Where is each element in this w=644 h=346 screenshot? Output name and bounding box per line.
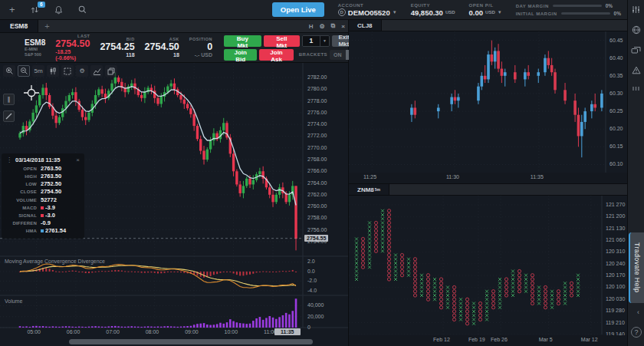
price-tick: 2766.00: [307, 168, 327, 173]
brackets-on[interactable]: ON: [330, 50, 346, 60]
hide-panel-button[interactable]: H: [306, 23, 317, 30]
tooltip-close-icon[interactable]: ×: [76, 157, 80, 163]
account-selector[interactable]: ACCOUNT DDEMO05520▼: [338, 3, 397, 17]
time-tick: Feb 12: [433, 337, 450, 342]
chart-type-icon[interactable]: [47, 65, 59, 77]
close-panel-button[interactable]: ×: [338, 23, 348, 30]
clj8-panel: CLJ8 60.4560.4060.3560.3060.2560.2060.15…: [349, 20, 627, 184]
time-tick: 07:00: [106, 329, 120, 334]
price-tick: 2770.00: [307, 145, 327, 150]
tooltip-drag-handle[interactable]: ⋮: [6, 157, 12, 163]
tooltip-row: HMA2761.54: [6, 227, 80, 235]
price-tick: 2758.00: [307, 215, 327, 220]
znm8-chart[interactable]: 121 270121 200121 130121 060120 310120 2…: [349, 196, 627, 335]
chart-h-scrollbar[interactable]: [69, 339, 313, 344]
open-pl-readout[interactable]: OPEN P/L 0.00USD▼: [469, 3, 502, 17]
help-icon[interactable]: ?: [631, 327, 642, 338]
buy-mkt-button[interactable]: Buy Mkt: [224, 35, 261, 47]
clj8-chart[interactable]: 60.4560.4060.3560.3060.2560.2060.1560.10: [349, 31, 627, 173]
price-tick: 60.25: [610, 108, 623, 114]
tooltip-row: HIGH2763.50: [6, 173, 80, 180]
tooltip-date: 03/14/2018 11:35: [15, 157, 73, 163]
price-tick: 121 270: [606, 202, 625, 207]
tab-esm8[interactable]: ESM8: [0, 20, 38, 32]
price-tick: 2762.00: [307, 192, 327, 197]
join-ask-button[interactable]: Join Ask: [259, 49, 293, 61]
chevron-down-icon: ▼: [393, 10, 397, 15]
panel-settings-icon[interactable]: ⚙: [316, 23, 327, 30]
current-price-tag: 2754.55: [304, 235, 328, 242]
crosshair-cursor-icon: [23, 84, 40, 101]
add-workspace-button[interactable]: +: [9, 5, 15, 15]
margin-meters: DAY MARGIN0% INITIAL MARGIN0%: [516, 3, 621, 16]
time-tick: 11:25: [363, 174, 376, 180]
transfers-icon[interactable]: 6: [31, 5, 39, 15]
day-margin-bar: [553, 5, 602, 7]
price-tick: 120 170: [606, 272, 625, 278]
price-tick: 2756.00: [307, 227, 327, 232]
macd-pane-label: Moving Average Convergence Divergence: [5, 259, 105, 264]
series-swatch: [41, 214, 44, 217]
price-tick: 2782.00: [307, 74, 327, 80]
timeframe-button[interactable]: 5m: [32, 65, 44, 77]
open-pl-value: 0.00: [469, 8, 484, 17]
demo-account-icon: D: [338, 8, 346, 16]
search-icon[interactable]: [78, 5, 87, 14]
equity-readout: EQUITY 49,850.30USD: [411, 3, 455, 17]
price-tick: 2760.00: [307, 203, 327, 209]
symbol-name: E-MINI S&P 500: [25, 47, 45, 57]
select-region-icon[interactable]: [61, 65, 74, 77]
macd-tick: 2.0: [307, 259, 315, 264]
price-tick: 60.10: [610, 161, 623, 166]
tooltip-row: DIFFEREN-0.9: [6, 219, 80, 227]
volume-tick: 0: [307, 325, 310, 330]
join-bid-button[interactable]: Join Bid: [224, 49, 257, 61]
popout-panel-icon[interactable]: ⧉: [328, 22, 339, 30]
tradovate-help-tab[interactable]: Tradovate Help: [629, 232, 644, 303]
quantity-selector[interactable]: 1 ▼: [302, 35, 330, 47]
price-tick: 121 060: [606, 237, 625, 242]
displays-icon[interactable]: [631, 46, 641, 54]
time-tick: 09:00: [185, 329, 199, 334]
price-tick: 2774.00: [307, 121, 327, 127]
price-tick: 2776.00: [307, 110, 327, 115]
draw-line-tool-button[interactable]: [3, 110, 15, 122]
tab-znm8[interactable]: ZNM85m: [349, 184, 389, 195]
zoom-out-icon[interactable]: [18, 65, 30, 77]
tab-clj8[interactable]: CLJ8: [349, 20, 382, 31]
indicators-icon[interactable]: [90, 65, 103, 77]
chart-settings-icon[interactable]: ⚙: [76, 65, 88, 77]
alerts-warning-icon[interactable]: [632, 66, 641, 74]
macd-tick: -2.0: [307, 278, 317, 283]
measure-tool-button[interactable]: ∥: [3, 94, 15, 105]
collapse-chevron-icon[interactable]: ‹: [637, 308, 639, 316]
price-tick: 119 280: [606, 308, 625, 313]
tooltip-row: MACD-3.9: [6, 204, 80, 212]
initial-margin-bar: [561, 12, 610, 15]
globe-icon[interactable]: [632, 25, 641, 35]
price-tick: 120 030: [606, 296, 625, 302]
grip-icon[interactable]: [632, 86, 639, 91]
duplicate-chart-icon[interactable]: [105, 65, 117, 77]
bell-icon[interactable]: [54, 5, 63, 15]
side-strip: Tradovate Help ‹ ?: [627, 0, 644, 346]
bid-price: 2754.25: [100, 41, 134, 52]
tooltip-row: OPEN2763.50: [6, 165, 80, 173]
filters-icon[interactable]: [632, 5, 640, 14]
tooltip-row: CLOSE2754.50: [6, 188, 80, 196]
znm8-panel: ZNM85m 121 270121 200121 130121 060120 3…: [349, 184, 627, 346]
time-tick: Mar 5: [539, 337, 553, 342]
ask-price: 2754.50: [145, 41, 179, 52]
zoom-in-icon[interactable]: [3, 65, 15, 77]
account-value: DEMO05520: [348, 8, 390, 17]
brackets-label: BRACKETS: [299, 52, 327, 57]
data-tooltip[interactable]: ⋮ 03/14/2018 11:35 × OPEN2763.50HIGH2763…: [2, 153, 84, 239]
time-tick: 08:00: [146, 329, 159, 334]
price-tick: 119 210: [606, 320, 625, 325]
current-time-tag: 11:35: [274, 328, 301, 335]
time-tick: 10:00: [225, 329, 238, 334]
add-tab-button[interactable]: +: [38, 21, 55, 31]
esm8-chart[interactable]: 5m ⚙ ∥ ⋮ 03/14/2018 11:35 ×: [0, 63, 348, 346]
open-live-button[interactable]: Open Live: [272, 2, 324, 17]
sell-mkt-button[interactable]: Sell Mkt: [264, 35, 301, 47]
